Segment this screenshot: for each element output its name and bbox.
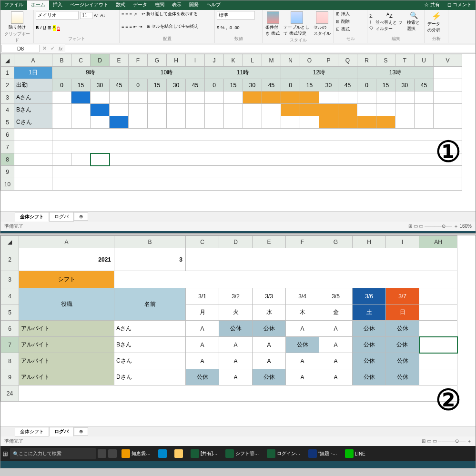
row-header[interactable]: 3 xyxy=(1,271,19,288)
row-header[interactable]: 10 xyxy=(1,178,14,191)
col-header[interactable]: AH xyxy=(419,236,457,248)
taskbar-search[interactable]: 🔍 ここに入力して検索 xyxy=(10,448,96,459)
weekday-cell[interactable]: 水 xyxy=(253,304,286,321)
taskbar-item[interactable]: シフト管… xyxy=(223,448,262,459)
col-header[interactable]: C xyxy=(71,54,91,67)
shift-block[interactable] xyxy=(300,91,319,104)
tab-home[interactable]: ホーム xyxy=(27,0,49,10)
minute-cell[interactable]: 30 xyxy=(167,79,186,91)
weekday-cell[interactable]: 木 xyxy=(286,304,319,321)
hour-header[interactable]: 10時 xyxy=(129,67,205,79)
row-header[interactable]: 9 xyxy=(1,166,14,178)
off-cell[interactable]: 公休 xyxy=(386,353,419,369)
shift-block[interactable] xyxy=(91,104,110,116)
sheet-tab-logba[interactable]: ログバ xyxy=(49,427,74,436)
tab-help[interactable]: ヘルプ xyxy=(203,0,224,10)
taskbar-item[interactable]: [共有]… xyxy=(188,448,221,459)
font-size-select[interactable]: 11 xyxy=(80,12,92,19)
col-header[interactable]: J xyxy=(205,54,224,67)
weekday-cell[interactable]: 月 xyxy=(186,304,219,321)
off-cell[interactable]: 公休 xyxy=(286,337,319,353)
shift-heading[interactable]: シフト xyxy=(19,271,114,288)
year-cell[interactable]: 2021 xyxy=(19,248,114,271)
currency-icon[interactable]: $ xyxy=(217,25,219,30)
shift-cell[interactable]: A xyxy=(186,353,219,369)
col-header[interactable]: D xyxy=(91,54,110,67)
tab-formulas[interactable]: 数式 xyxy=(112,0,129,10)
align-bot-icon[interactable]: ≡ xyxy=(130,12,132,17)
find-select-button[interactable]: 🔍検索と 選択 xyxy=(406,11,422,32)
new-sheet-button[interactable]: ⊕ xyxy=(74,213,88,221)
decrease-font-icon[interactable]: A↓ xyxy=(101,13,106,18)
role-value[interactable]: アルバイト xyxy=(19,353,114,369)
cell-style-button[interactable]: セルの スタイル xyxy=(313,11,332,37)
row-header[interactable]: 2 xyxy=(1,248,19,271)
insert-cells-button[interactable]: ⊞ 挿入 xyxy=(336,11,350,17)
shift-cell[interactable]: A xyxy=(319,321,353,337)
cell[interactable] xyxy=(434,67,462,79)
minute-cell[interactable]: 15 xyxy=(224,79,243,91)
name-value[interactable]: Dさん xyxy=(114,369,186,385)
col-header[interactable]: F xyxy=(129,54,148,67)
align-left-icon[interactable]: ≡ xyxy=(122,24,124,29)
minute-cell[interactable]: 30 xyxy=(243,79,262,91)
name-value[interactable]: Aさん xyxy=(114,321,186,337)
tab-file[interactable]: ファイル xyxy=(0,0,27,10)
row-header[interactable]: 7 xyxy=(1,141,14,153)
tab-page-layout[interactable]: ページレイアウト xyxy=(66,0,112,10)
off-cell[interactable]: 公休 xyxy=(253,321,286,337)
off-cell[interactable]: 公休 xyxy=(353,337,386,353)
row-header[interactable]: 6 xyxy=(1,321,19,337)
row-header[interactable]: 24 xyxy=(1,385,19,402)
day-cell[interactable]: 1日 xyxy=(14,67,52,79)
off-cell[interactable]: 公休 xyxy=(186,369,219,385)
shift-block[interactable] xyxy=(338,104,357,116)
off-cell[interactable]: 公休 xyxy=(353,353,386,369)
orientation-icon[interactable]: ↗ xyxy=(133,12,137,17)
minute-cell[interactable]: 0 xyxy=(281,79,300,91)
row-header[interactable]: 1 xyxy=(1,67,14,79)
sheet-tab-zentai[interactable]: 全体シフト xyxy=(15,427,49,436)
increase-font-icon[interactable]: A↑ xyxy=(94,13,99,18)
shift-cell[interactable]: A xyxy=(286,321,319,337)
minute-cell[interactable]: 45 xyxy=(110,79,129,91)
row-header[interactable]: 3 xyxy=(1,91,14,104)
indent-inc-icon[interactable]: ⇥ xyxy=(139,24,142,29)
person-cell[interactable]: Aさん xyxy=(14,91,52,104)
col-header[interactable]: E xyxy=(110,54,129,67)
sheet-tab-logba[interactable]: ログバ xyxy=(49,212,74,222)
tab-view[interactable]: 表示 xyxy=(168,0,185,10)
fill-color-button[interactable]: A xyxy=(53,25,56,31)
spreadsheet-grid-bottom[interactable]: ◢ A B C D E F G H I AH 2 2021 3 3 シフト xyxy=(0,235,476,426)
col-header[interactable]: T xyxy=(395,54,415,67)
minute-cell[interactable]: 0 xyxy=(129,79,148,91)
table-format-button[interactable]: テーブルとして 書式設定 xyxy=(283,11,311,37)
wrap-text-button[interactable]: ↩ 折り返して全体を表示する xyxy=(142,11,198,17)
bold-button[interactable]: B xyxy=(36,25,39,30)
share-button[interactable]: ☆ 共有 xyxy=(420,0,444,10)
col-header[interactable]: V xyxy=(434,54,462,67)
col-header[interactable]: B xyxy=(52,54,71,67)
weekday-cell-sun[interactable]: 日 xyxy=(386,304,419,321)
role-header[interactable]: 役職 xyxy=(19,288,114,321)
shift-block[interactable] xyxy=(357,116,376,129)
active-cell[interactable] xyxy=(419,337,457,353)
off-cell[interactable]: 公休 xyxy=(386,369,419,385)
paste-button[interactable]: 貼り付け xyxy=(2,11,31,31)
col-header[interactable]: L xyxy=(243,54,262,67)
minute-cell[interactable]: 0 xyxy=(205,79,224,91)
row-header[interactable]: 4 xyxy=(1,104,14,116)
person-cell[interactable]: Cさん xyxy=(14,116,52,129)
minute-cell[interactable]: 15 xyxy=(376,79,395,91)
formula-input[interactable] xyxy=(65,44,476,53)
shift-block[interactable] xyxy=(281,91,300,104)
col-header[interactable]: G xyxy=(319,236,353,248)
font-name-select[interactable]: メイリオ xyxy=(36,11,79,20)
task-view-icon[interactable] xyxy=(98,449,106,458)
minute-cell[interactable]: 15 xyxy=(300,79,319,91)
weekday-cell[interactable]: 金 xyxy=(319,304,353,321)
row-header[interactable]: 9 xyxy=(1,369,19,385)
date-cell[interactable]: 3/4 xyxy=(286,288,319,304)
fill-down-icon[interactable]: ↓ xyxy=(369,19,373,24)
number-format-select[interactable]: 標準 xyxy=(217,11,255,20)
